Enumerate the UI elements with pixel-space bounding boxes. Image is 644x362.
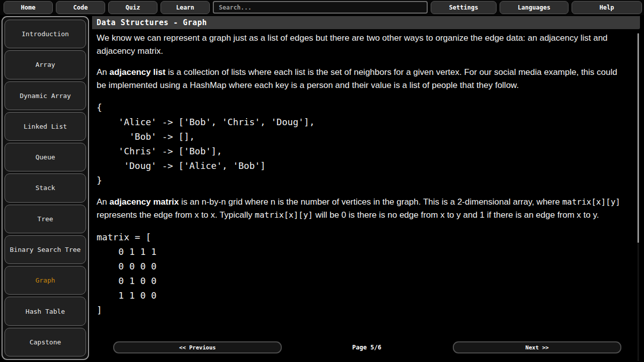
sidebar-item-dynamic-array[interactable]: Dynamic Array xyxy=(5,81,86,110)
tab-learn[interactable]: Learn xyxy=(160,1,210,14)
previous-page-button[interactable]: << Previous xyxy=(113,341,282,353)
tab-help[interactable]: Help xyxy=(572,1,642,14)
sidebar-item-queue[interactable]: Queue xyxy=(5,143,86,171)
lesson-content: We know we can represent a graph just as… xyxy=(97,32,626,325)
sidebar-item-stack[interactable]: Stack xyxy=(5,173,86,202)
tab-languages[interactable]: Languages xyxy=(500,1,569,14)
code-adjacency-list: { 'Alice' -> ['Bob', 'Chris', 'Doug'], '… xyxy=(97,100,626,188)
page-indicator: Page 5/6 xyxy=(329,344,405,351)
code-adjacency-matrix: matrix = [ 0 1 1 1 0 0 0 0 0 1 0 0 1 1 0… xyxy=(97,230,626,317)
search-input[interactable] xyxy=(213,1,428,14)
page-title: Data Structures - Graph xyxy=(97,18,207,27)
sidebar-item-graph[interactable]: Graph xyxy=(5,266,86,295)
paragraph-edges-intro: We know we can represent a graph just as… xyxy=(97,32,626,58)
sidebar-item-tree[interactable]: Tree xyxy=(5,205,86,233)
sidebar-item-introduction[interactable]: Introduction xyxy=(5,20,86,48)
scrollbar-track[interactable] xyxy=(637,243,639,361)
content-header: Data Structures - Graph xyxy=(92,16,640,29)
scrollbar-thumb[interactable] xyxy=(637,33,639,243)
tab-home[interactable]: Home xyxy=(4,1,53,14)
next-page-button[interactable]: Next >> xyxy=(453,341,621,353)
tab-settings[interactable]: Settings xyxy=(431,1,497,14)
paragraph-adjacency-matrix: An adjacency matrix is an n-by-n grid wh… xyxy=(97,196,626,222)
sidebar-item-linked-list[interactable]: Linked List xyxy=(5,112,86,141)
sidebar-item-binary-search-tree[interactable]: Binary Search Tree xyxy=(5,235,86,264)
sidebar-item-capstone[interactable]: Capstone xyxy=(5,328,86,356)
tab-quiz[interactable]: Quiz xyxy=(108,1,157,14)
paragraph-adjacency-list: An adjacency list is a collection of lis… xyxy=(97,66,626,92)
top-nav: Home Code Quiz Learn Settings Languages … xyxy=(0,0,644,15)
tab-code[interactable]: Code xyxy=(56,1,105,14)
sidebar-item-array[interactable]: Array xyxy=(5,50,86,79)
sidebar: Introduction Array Dynamic Array Linked … xyxy=(2,16,89,360)
sidebar-item-hash-table[interactable]: Hash Table xyxy=(5,297,86,325)
